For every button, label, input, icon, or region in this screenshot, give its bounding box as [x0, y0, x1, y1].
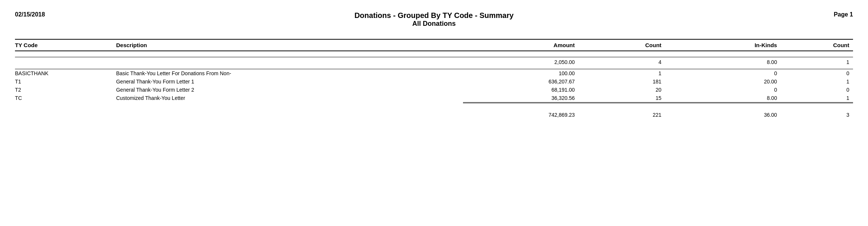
subtotal-inkinds: 8.00 — [665, 57, 781, 69]
total-description — [116, 109, 463, 120]
row-description: Customized Thank-You Letter — [116, 94, 463, 103]
row-count2: 1 — [781, 94, 853, 103]
col-header-count: Count — [579, 39, 666, 51]
row-inkinds: 0 — [665, 69, 781, 78]
row-count: 1 — [579, 69, 666, 78]
row-tycode: T2 — [15, 86, 116, 94]
total-count: 221 — [579, 109, 666, 120]
table-row: T2 General Thank-You Form Letter 2 68,19… — [15, 86, 853, 94]
row-tycode: T1 — [15, 77, 116, 86]
subtotal-tycode — [15, 57, 116, 69]
row-inkinds: 8.00 — [665, 94, 781, 103]
col-header-count2: Count — [781, 39, 853, 51]
spacer-row-bottom — [15, 103, 853, 109]
row-count2: 0 — [781, 86, 853, 94]
total-amount: 742,869.23 — [463, 109, 579, 120]
table-row: BASICTHANK Basic Thank-You Letter For Do… — [15, 69, 853, 78]
row-amount: 68,191.00 — [463, 86, 579, 94]
table-header-row: TY Code Description Amount Count In-Kind… — [15, 39, 853, 51]
row-inkinds: 20.00 — [665, 77, 781, 86]
row-count: 20 — [579, 86, 666, 94]
row-count2: 0 — [781, 69, 853, 78]
row-amount: 100.00 — [463, 69, 579, 78]
col-header-amount: Amount — [463, 39, 579, 51]
row-count: 181 — [579, 77, 666, 86]
row-count2: 1 — [781, 77, 853, 86]
total-tycode — [15, 109, 116, 120]
report-page: Page 1 — [797, 11, 853, 18]
subtotal-count: 4 — [579, 57, 666, 69]
row-tycode: BASICTHANK — [15, 69, 116, 78]
report-main-title: Donations - Grouped By TY Code - Summary — [71, 11, 797, 20]
total-inkinds: 36.00 — [665, 109, 781, 120]
row-inkinds: 0 — [665, 86, 781, 94]
report-sub-title: All Donations — [71, 20, 797, 28]
total-count2: 3 — [781, 109, 853, 120]
row-amount: 36,320.56 — [463, 94, 579, 103]
row-amount: 636,207.67 — [463, 77, 579, 86]
subtotal-row: 2,050.00 4 8.00 1 — [15, 57, 853, 69]
total-row: 742,869.23 221 36.00 3 — [15, 109, 853, 120]
spacer-row-top — [15, 51, 853, 57]
table-row: T1 General Thank-You Form Letter 1 636,2… — [15, 77, 853, 86]
col-header-inkinds: In-Kinds — [665, 39, 781, 51]
report-date: 02/15/2018 — [15, 11, 71, 18]
row-description: General Thank-You Form Letter 2 — [116, 86, 463, 94]
subtotal-description — [116, 57, 463, 69]
row-description: General Thank-You Form Letter 1 — [116, 77, 463, 86]
subtotal-count2: 1 — [781, 57, 853, 69]
table-row: TC Customized Thank-You Letter 36,320.56… — [15, 94, 853, 103]
col-header-tycode: TY Code — [15, 39, 116, 51]
col-header-description: Description — [116, 39, 463, 51]
row-count: 15 — [579, 94, 666, 103]
report-title: Donations - Grouped By TY Code - Summary… — [71, 11, 797, 28]
row-description: Basic Thank-You Letter For Donations Fro… — [116, 69, 463, 78]
row-tycode: TC — [15, 94, 116, 103]
donations-table: TY Code Description Amount Count In-Kind… — [15, 39, 853, 120]
subtotal-amount: 2,050.00 — [463, 57, 579, 69]
report-header: 02/15/2018 Donations - Grouped By TY Cod… — [15, 11, 853, 28]
